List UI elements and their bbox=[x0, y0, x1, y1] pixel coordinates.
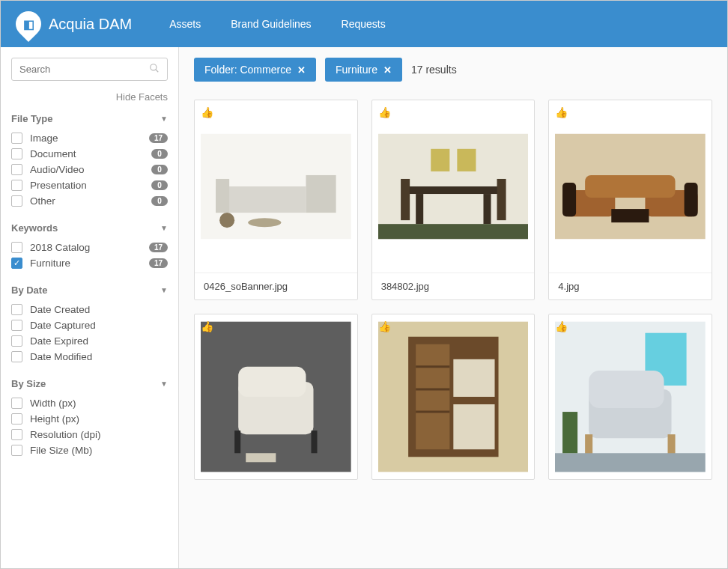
nav-brand-guidelines[interactable]: Brand Guidelines bbox=[231, 18, 311, 30]
facet-title: By Size bbox=[11, 378, 46, 389]
facet-item[interactable]: Image 17 bbox=[11, 130, 168, 146]
svg-point-6 bbox=[219, 213, 234, 228]
facet-item[interactable]: Date Captured bbox=[11, 317, 168, 333]
asset-grid: 👍 0426_soBanner.jpg 👍 bbox=[194, 100, 712, 480]
facet-item[interactable]: Date Expired bbox=[11, 333, 168, 349]
count-badge: 17 bbox=[149, 258, 168, 268]
asset-filename: 4.jpg bbox=[549, 273, 712, 299]
search-icon bbox=[149, 63, 160, 76]
svg-rect-45 bbox=[562, 412, 577, 453]
svg-rect-13 bbox=[497, 179, 506, 220]
search-input[interactable] bbox=[19, 64, 149, 75]
facet-label: File Size (Mb) bbox=[30, 445, 92, 456]
facet-title: Keywords bbox=[11, 222, 58, 234]
thumbs-up-icon[interactable]: 👍 bbox=[201, 320, 213, 332]
checkbox[interactable] bbox=[11, 133, 22, 144]
brand-logo[interactable]: ◧ Acquia DAM bbox=[16, 11, 132, 37]
svg-rect-33 bbox=[453, 404, 494, 449]
facet-item[interactable]: Date Modified bbox=[11, 349, 168, 365]
svg-rect-23 bbox=[685, 183, 698, 216]
results-count: 17 results bbox=[411, 64, 457, 76]
asset-card[interactable]: 👍 bbox=[371, 314, 536, 480]
thumbs-up-icon[interactable]: 👍 bbox=[555, 320, 568, 332]
facet-header-filetype[interactable]: File Type ▼ bbox=[11, 113, 168, 124]
facet-label: Date Created bbox=[30, 304, 90, 315]
chip-label: Furniture bbox=[336, 64, 377, 76]
checkbox[interactable] bbox=[11, 320, 22, 331]
facet-item[interactable]: 2018 Catalog 17 bbox=[11, 240, 168, 255]
chip-label: Folder: Commerce bbox=[204, 64, 291, 76]
svg-rect-22 bbox=[562, 183, 576, 216]
checkbox[interactable] bbox=[11, 195, 22, 207]
facet-item[interactable]: Resolution (dpi) bbox=[11, 427, 168, 442]
count-badge: 0 bbox=[151, 149, 168, 159]
svg-point-0 bbox=[151, 64, 157, 70]
main-layout: Hide Facets File Type ▼ Image 17 Documen… bbox=[1, 47, 727, 568]
facet-item[interactable]: Date Created bbox=[11, 302, 168, 317]
thumbs-up-icon[interactable]: 👍 bbox=[378, 320, 391, 332]
asset-thumbnail: 👍 bbox=[549, 100, 712, 273]
facet-item[interactable]: Width (px) bbox=[11, 395, 168, 411]
svg-line-1 bbox=[156, 70, 159, 73]
checkbox[interactable] bbox=[11, 445, 22, 456]
thumbs-up-icon[interactable]: 👍 bbox=[201, 106, 213, 118]
checkbox-checked[interactable]: ✓ bbox=[11, 258, 22, 269]
facet-item[interactable]: Document 0 bbox=[11, 146, 168, 162]
checkbox[interactable] bbox=[11, 351, 22, 362]
checkbox[interactable] bbox=[11, 180, 22, 191]
checkbox[interactable] bbox=[11, 335, 22, 347]
facet-header-date[interactable]: By Date ▼ bbox=[11, 284, 168, 296]
facet-item[interactable]: Presentation 0 bbox=[11, 177, 168, 193]
furniture-image bbox=[201, 106, 351, 267]
hide-facets-toggle[interactable]: Hide Facets bbox=[11, 91, 168, 103]
nav-requests[interactable]: Requests bbox=[342, 18, 386, 30]
svg-rect-21 bbox=[612, 209, 649, 222]
thumbs-up-icon[interactable]: 👍 bbox=[378, 106, 391, 118]
filter-chip-folder[interactable]: Folder: Commerce ✕ bbox=[194, 58, 316, 82]
facet-item[interactable]: ✓Furniture 17 bbox=[11, 255, 168, 271]
filter-bar: Folder: Commerce ✕ Furniture ✕ 17 result… bbox=[194, 58, 712, 82]
furniture-image bbox=[201, 320, 351, 473]
asset-card[interactable]: 👍 0426_soBanner.jpg bbox=[194, 100, 358, 300]
asset-card[interactable]: 👍 384802.jpg bbox=[371, 100, 536, 300]
facet-header-size[interactable]: By Size ▼ bbox=[11, 378, 168, 389]
svg-rect-34 bbox=[453, 359, 494, 397]
facet-label: Date Captured bbox=[30, 320, 96, 331]
checkbox[interactable] bbox=[11, 413, 22, 425]
checkbox[interactable] bbox=[11, 242, 22, 253]
asset-card[interactable]: 👍 bbox=[194, 314, 358, 480]
search-box[interactable] bbox=[11, 58, 168, 81]
asset-filename: 0426_soBanner.jpg bbox=[195, 273, 357, 299]
svg-rect-14 bbox=[431, 149, 449, 171]
filter-chip-keyword[interactable]: Furniture ✕ bbox=[325, 58, 402, 82]
facet-label: Image bbox=[30, 133, 58, 144]
facet-label: Document bbox=[30, 148, 76, 159]
facet-section-keywords: Keywords ▼ 2018 Catalog 17 ✓Furniture 17 bbox=[11, 222, 168, 271]
asset-card[interactable]: 👍 bbox=[548, 314, 712, 480]
checkbox[interactable] bbox=[11, 429, 22, 440]
close-icon[interactable]: ✕ bbox=[297, 64, 306, 76]
facet-item[interactable]: Audio/Video 0 bbox=[11, 162, 168, 177]
checkbox[interactable] bbox=[11, 304, 22, 315]
checkbox[interactable] bbox=[11, 164, 22, 175]
checkbox[interactable] bbox=[11, 398, 22, 409]
facet-label: 2018 Catalog bbox=[30, 242, 90, 253]
svg-rect-27 bbox=[234, 430, 240, 453]
facet-item[interactable]: Height (px) bbox=[11, 411, 168, 427]
nav-assets[interactable]: Assets bbox=[169, 18, 201, 30]
furniture-image bbox=[378, 320, 529, 473]
facet-header-keywords[interactable]: Keywords ▼ bbox=[11, 222, 168, 234]
app-header: ◧ Acquia DAM Assets Brand Guidelines Req… bbox=[1, 1, 727, 47]
checkbox[interactable] bbox=[11, 148, 22, 159]
facet-item[interactable]: Other 0 bbox=[11, 193, 168, 209]
thumbs-up-icon[interactable]: 👍 bbox=[555, 106, 568, 118]
asset-thumbnail: 👍 bbox=[195, 314, 357, 479]
asset-thumbnail: 👍 bbox=[549, 314, 712, 479]
asset-card[interactable]: 👍 4.jpg bbox=[548, 100, 712, 300]
chevron-down-icon: ▼ bbox=[160, 224, 168, 232]
svg-point-7 bbox=[248, 218, 281, 227]
close-icon[interactable]: ✕ bbox=[383, 64, 392, 76]
primary-nav: Assets Brand Guidelines Requests bbox=[169, 18, 386, 30]
svg-rect-9 bbox=[408, 186, 498, 194]
facet-item[interactable]: File Size (Mb) bbox=[11, 442, 168, 458]
